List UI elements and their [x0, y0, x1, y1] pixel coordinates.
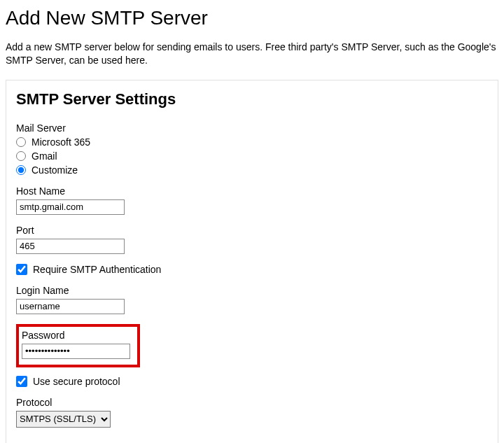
mail-server-option-gmail[interactable]: Gmail [16, 150, 488, 162]
login-name-label: Login Name [16, 285, 488, 296]
mail-server-optlabel-gmail: Gmail [31, 150, 57, 162]
mail-server-label: Mail Server [16, 122, 488, 134]
mail-server-option-ms365[interactable]: Microsoft 365 [16, 136, 488, 148]
panel-title: SMTP Server Settings [16, 90, 488, 108]
mail-server-radio-ms365[interactable] [16, 137, 26, 147]
port-input[interactable] [16, 239, 125, 254]
page-title: Add New SMTP Server [6, 7, 498, 29]
require-auth-row[interactable]: Require SMTP Authentication [16, 264, 488, 275]
mail-server-optlabel-customize: Customize [31, 164, 78, 176]
password-label: Password [22, 330, 130, 341]
mail-server-optlabel-ms365: Microsoft 365 [31, 136, 90, 148]
port-label: Port [16, 225, 488, 236]
protocol-select[interactable]: SMTPS (SSL/TLS) [16, 411, 111, 428]
login-name-input[interactable] [16, 299, 125, 314]
secure-protocol-checkbox[interactable] [16, 376, 27, 387]
mail-server-option-customize[interactable]: Customize [16, 164, 488, 176]
mail-server-radio-gmail[interactable] [16, 151, 26, 161]
password-input[interactable] [22, 344, 130, 359]
page-intro: Add a new SMTP server below for sending … [6, 41, 498, 67]
settings-panel: SMTP Server Settings Mail Server Microso… [6, 80, 498, 443]
require-auth-label: Require SMTP Authentication [33, 264, 161, 275]
mail-server-radio-customize[interactable] [16, 165, 26, 175]
require-auth-checkbox[interactable] [16, 264, 27, 275]
secure-protocol-label: Use secure protocol [33, 376, 120, 387]
password-highlight-box: Password [16, 324, 140, 367]
secure-protocol-row[interactable]: Use secure protocol [16, 376, 488, 387]
protocol-label: Protocol [16, 397, 488, 408]
host-name-input[interactable] [16, 199, 125, 215]
host-name-label: Host Name [16, 185, 488, 197]
